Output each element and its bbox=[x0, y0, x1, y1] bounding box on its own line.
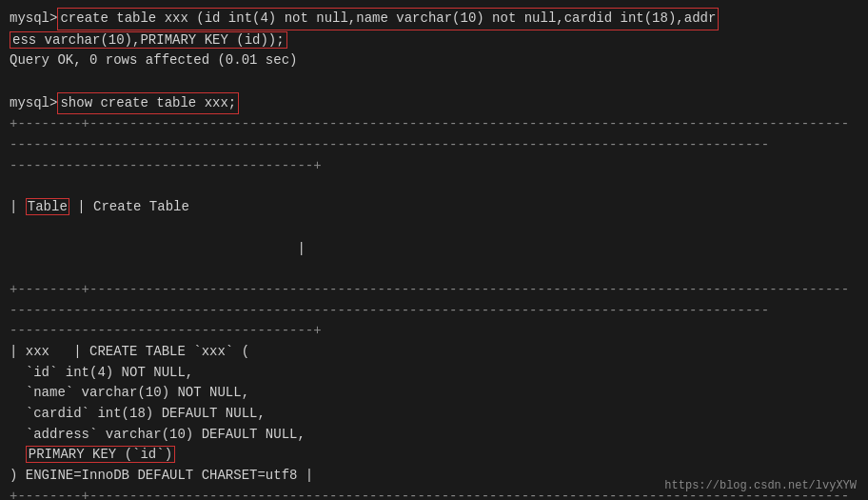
create-table-command: create table xxx (id int(4) not null,nam… bbox=[57, 8, 719, 30]
sep-line-3: --------------------------------------+ bbox=[10, 156, 858, 177]
sep-line-2: ----------------------------------------… bbox=[10, 135, 858, 156]
watermark: https://blog.csdn.net/lvyXYW bbox=[664, 479, 857, 492]
blank-line-4 bbox=[10, 259, 858, 280]
blank-line-3 bbox=[10, 218, 858, 239]
data-row-pk: PRIMARY KEY (`id`) bbox=[10, 445, 858, 466]
mid-separator-line: | bbox=[10, 239, 858, 260]
sep-line-5: ----------------------------------------… bbox=[10, 301, 858, 322]
data-row-1: | xxx | CREATE TABLE `xxx` ( bbox=[10, 342, 858, 363]
terminal-window: mysql> create table xxx (id int(4) not n… bbox=[0, 0, 868, 500]
create-table-line-cont: ess varchar(10),PRIMARY KEY (id)); bbox=[10, 30, 858, 51]
blank-line-2 bbox=[10, 177, 858, 198]
data-row-2: `id` int(4) NOT NULL, bbox=[10, 363, 858, 384]
prompt-label-2: mysql> bbox=[10, 93, 57, 114]
create-table-line: mysql> create table xxx (id int(4) not n… bbox=[10, 8, 858, 30]
prompt-label: mysql> bbox=[10, 9, 57, 30]
show-create-line: mysql> show create table xxx; bbox=[10, 92, 858, 115]
sep-line-1: +--------+------------------------------… bbox=[10, 114, 858, 135]
data-row-4: `cardid` int(18) DEFAULT NULL, bbox=[10, 404, 858, 425]
sep-line-4: +--------+------------------------------… bbox=[10, 280, 858, 301]
primary-key-highlight: PRIMARY KEY (`id`) bbox=[26, 446, 175, 463]
blank-line-1 bbox=[10, 71, 858, 92]
table-header-line: | Table | Create Table bbox=[10, 197, 858, 218]
create-table-command-cont: ess varchar(10),PRIMARY KEY (id)); bbox=[10, 31, 287, 49]
table-header-cell: Table bbox=[26, 198, 69, 215]
data-row-5: `address` varchar(10) DEFAULT NULL, bbox=[10, 425, 858, 446]
data-row-3: `name` varchar(10) NOT NULL, bbox=[10, 383, 858, 404]
query-ok-line: Query OK, 0 rows affected (0.01 sec) bbox=[10, 50, 858, 71]
show-create-command: show create table xxx; bbox=[57, 92, 239, 115]
sep-line-6: --------------------------------------+ bbox=[10, 321, 858, 342]
